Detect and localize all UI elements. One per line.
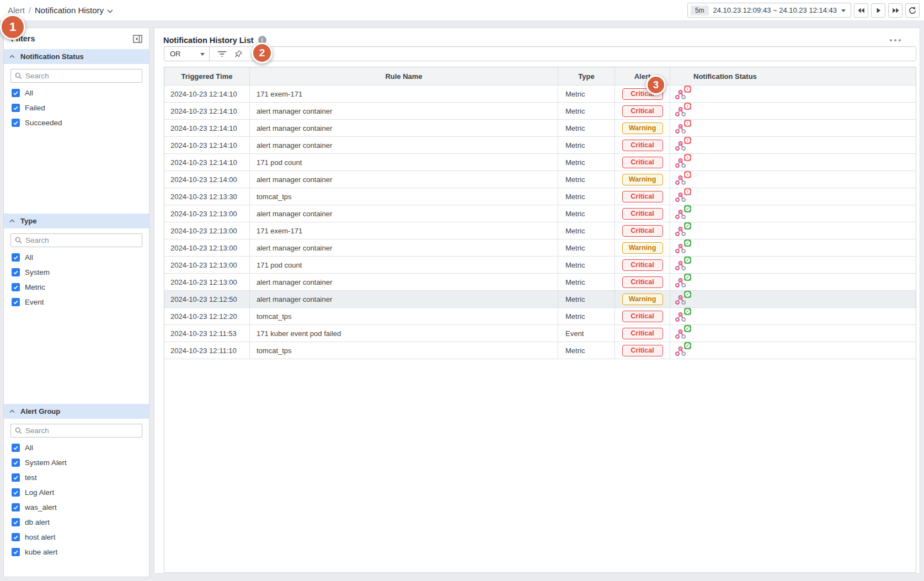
section-title: Notification Status (20, 52, 84, 61)
filter-option-label: kube alert (25, 548, 57, 556)
cell-triggered-time: 2024-10-23 12:13:00 (164, 274, 250, 290)
status-overlay-badge: ! (684, 103, 691, 110)
section-header[interactable]: Type (4, 214, 149, 228)
filter-option[interactable]: Log Alert (4, 485, 149, 500)
filter-option[interactable]: Failed (4, 100, 149, 115)
filter-option[interactable]: test (4, 470, 149, 485)
column-header-triggered-time[interactable]: Triggered Time (164, 67, 250, 85)
checkbox-checked-icon (12, 298, 20, 306)
section-title: Alert Group (20, 407, 60, 415)
filter-option[interactable]: All (4, 86, 149, 100)
status-overlay-badge: ! (684, 188, 691, 195)
table-row[interactable]: 2024-10-23 12:11:53 171 kuber event pod … (164, 325, 916, 342)
cell-alert: Critical (615, 274, 670, 290)
webhook-notification-icon[interactable]: ! (675, 155, 692, 169)
filter-option[interactable]: kube alert (4, 545, 149, 559)
cell-notification-status: ✓ (670, 291, 916, 307)
filter-option-label: Failed (25, 104, 45, 112)
table-row[interactable]: 2024-10-23 12:14:10 alert manager contai… (164, 103, 916, 120)
checkbox-checked-icon (12, 533, 20, 541)
section-header[interactable]: Alert Group (4, 404, 149, 419)
filter-option[interactable]: Succeeded (4, 115, 149, 130)
filter-icon[interactable] (217, 50, 227, 58)
table-row[interactable]: 2024-10-23 12:14:00 alert manager contai… (164, 171, 916, 188)
operator-select[interactable]: OR (164, 47, 210, 61)
filter-option[interactable]: System Alert (4, 455, 149, 470)
breadcrumb-parent-link[interactable]: Alert (8, 6, 25, 15)
column-header-rule-name[interactable]: Rule Name (250, 67, 558, 85)
cell-alert: Warning (615, 120, 670, 136)
webhook-notification-icon[interactable]: ✓ (675, 258, 692, 272)
table-row[interactable]: 2024-10-23 12:14:10 alert manager contai… (164, 120, 916, 137)
search-input[interactable] (25, 427, 138, 435)
alert-level-badge: Critical (622, 328, 663, 339)
table-row[interactable]: 2024-10-23 12:14:10 171 exem-171 Metric … (164, 86, 916, 103)
filter-option[interactable]: was_alert (4, 500, 149, 515)
filter-option[interactable]: Event (4, 295, 149, 310)
cell-type: Metric (558, 137, 615, 153)
webhook-notification-icon[interactable]: ! (675, 138, 692, 152)
webhook-notification-icon[interactable]: ✓ (675, 223, 692, 238)
step-back-button[interactable] (854, 3, 868, 18)
filter-option-label: System Alert (25, 459, 67, 467)
filter-option-label: Metric (25, 283, 45, 291)
webhook-notification-icon[interactable]: ✓ (675, 309, 692, 323)
webhook-notification-icon[interactable]: ✓ (675, 206, 692, 221)
chevron-up-icon (9, 55, 15, 58)
search-input[interactable] (25, 236, 138, 244)
webhook-notification-icon[interactable]: ! (675, 104, 692, 118)
status-overlay-badge: ! (684, 137, 691, 144)
cell-notification-status: ! (670, 103, 916, 119)
search-icon (15, 72, 22, 79)
webhook-notification-icon[interactable]: ✓ (675, 241, 692, 255)
checkbox-checked-icon (12, 253, 20, 262)
column-header-type[interactable]: Type (558, 67, 615, 85)
alert-level-badge: Critical (622, 225, 663, 237)
table-row[interactable]: 2024-10-23 12:14:10 alert manager contai… (164, 137, 916, 154)
webhook-notification-icon[interactable]: ✓ (675, 275, 692, 289)
column-header-notification-status[interactable]: Notification Status (670, 67, 916, 85)
table-row[interactable]: 2024-10-23 12:13:00 alert manager contai… (164, 205, 916, 222)
refresh-button[interactable] (905, 3, 920, 18)
filter-option[interactable]: Metric (4, 280, 149, 295)
more-options-icon[interactable] (890, 37, 901, 44)
table-row[interactable]: 2024-10-23 12:13:00 alert manager contai… (164, 239, 916, 257)
status-overlay-badge: ✓ (684, 274, 691, 281)
time-range-selector[interactable]: 5m 24.10.23 12:09:43 ~ 24.10.23 12:14:43 (687, 3, 851, 18)
section-header[interactable]: Notification Status (4, 49, 149, 64)
filter-option[interactable]: System (4, 265, 149, 280)
filter-option[interactable]: db alert (4, 515, 149, 530)
table-row[interactable]: 2024-10-23 12:12:20 tomcat_tps Metric Cr… (164, 308, 916, 325)
cell-alert: Warning (615, 239, 670, 256)
webhook-notification-icon[interactable]: ✓ (675, 343, 692, 358)
webhook-notification-icon[interactable]: ! (675, 121, 692, 135)
collapse-panel-button[interactable] (133, 35, 142, 43)
webhook-notification-icon[interactable]: ✓ (675, 326, 692, 340)
table-row[interactable]: 2024-10-23 12:13:00 171 pod count Metric… (164, 257, 916, 274)
filter-option[interactable]: All (4, 250, 149, 265)
cell-notification-status: ✓ (670, 308, 916, 324)
filter-option-label: All (25, 89, 33, 97)
table-row[interactable]: 2024-10-23 12:11:10 tomcat_tps Metric Cr… (164, 342, 916, 359)
pin-icon[interactable] (234, 50, 243, 58)
table-row[interactable]: 2024-10-23 12:12:50 alert manager contai… (164, 291, 916, 308)
cell-rule-name: 171 exem-171 (250, 86, 558, 102)
cell-type: Metric (558, 154, 615, 170)
cell-rule-name: 171 pod count (250, 154, 558, 170)
step-forward-button[interactable] (888, 3, 902, 18)
table-row[interactable]: 2024-10-23 12:14:10 171 pod count Metric… (164, 154, 916, 171)
annotation-badge-1: 1 (0, 14, 25, 40)
filter-option[interactable]: All (4, 440, 149, 455)
breadcrumb-current-menu[interactable]: Notification History (35, 6, 113, 15)
table-row[interactable]: 2024-10-23 12:13:00 171 exem-171 Metric … (164, 222, 916, 239)
webhook-notification-icon[interactable]: ! (675, 189, 692, 204)
webhook-notification-icon[interactable]: ! (675, 87, 692, 101)
webhook-notification-icon[interactable]: ! (675, 172, 692, 186)
play-button[interactable] (871, 3, 885, 18)
table-row[interactable]: 2024-10-23 12:13:00 alert manager contai… (164, 274, 916, 291)
table-row[interactable]: 2024-10-23 12:13:30 tomcat_tps Metric Cr… (164, 188, 916, 205)
filter-option[interactable]: host alert (4, 530, 149, 545)
search-input[interactable] (25, 72, 138, 80)
webhook-notification-icon[interactable]: ✓ (675, 292, 692, 306)
checkbox-checked-icon (12, 268, 20, 276)
